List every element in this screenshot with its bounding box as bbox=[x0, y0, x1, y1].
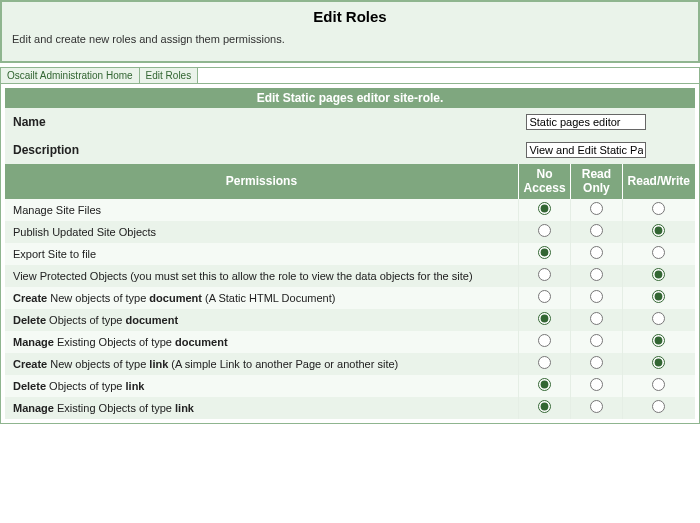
no-access-cell bbox=[518, 353, 570, 375]
read-write-radio[interactable] bbox=[652, 290, 665, 303]
no-access-radio[interactable] bbox=[538, 224, 551, 237]
permission-row: Create New objects of type document (A S… bbox=[5, 287, 695, 309]
read-write-cell bbox=[622, 331, 695, 353]
no-access-cell bbox=[518, 287, 570, 309]
permission-label: Export Site to file bbox=[5, 243, 518, 265]
name-label: Name bbox=[5, 108, 518, 136]
read-write-radio[interactable] bbox=[652, 400, 665, 413]
permission-row: Manage Existing Objects of type link bbox=[5, 397, 695, 419]
no-access-cell bbox=[518, 375, 570, 397]
read-only-radio[interactable] bbox=[590, 378, 603, 391]
no-access-radio[interactable] bbox=[538, 312, 551, 325]
no-access-cell bbox=[518, 199, 570, 221]
read-only-radio[interactable] bbox=[590, 334, 603, 347]
permission-row: View Protected Objects (you must set thi… bbox=[5, 265, 695, 287]
page-subtitle: Edit and create new roles and assign the… bbox=[12, 33, 688, 45]
read-only-radio[interactable] bbox=[590, 312, 603, 325]
no-access-radio[interactable] bbox=[538, 334, 551, 347]
name-input[interactable] bbox=[526, 114, 646, 130]
permission-row: Create New objects of type link (A simpl… bbox=[5, 353, 695, 375]
read-only-cell bbox=[571, 243, 622, 265]
no-access-radio[interactable] bbox=[538, 202, 551, 215]
no-access-cell bbox=[518, 221, 570, 243]
permission-row: Manage Existing Objects of type document bbox=[5, 331, 695, 353]
no-access-radio[interactable] bbox=[538, 378, 551, 391]
read-write-radio[interactable] bbox=[652, 378, 665, 391]
no-access-radio[interactable] bbox=[538, 400, 551, 413]
no-access-cell bbox=[518, 309, 570, 331]
permission-row: Publish Updated Site Objects bbox=[5, 221, 695, 243]
read-write-radio[interactable] bbox=[652, 246, 665, 259]
read-only-radio[interactable] bbox=[590, 400, 603, 413]
read-write-cell bbox=[622, 309, 695, 331]
read-only-cell bbox=[571, 287, 622, 309]
read-write-radio[interactable] bbox=[652, 312, 665, 325]
breadcrumb-item[interactable]: Edit Roles bbox=[140, 68, 199, 83]
permission-row: Delete Objects of type link bbox=[5, 375, 695, 397]
read-only-cell bbox=[571, 199, 622, 221]
read-write-radio[interactable] bbox=[652, 224, 665, 237]
read-only-cell bbox=[571, 221, 622, 243]
read-write-radio[interactable] bbox=[652, 356, 665, 369]
role-form: Edit Static pages editor site-role. Name… bbox=[5, 88, 695, 419]
permission-label: Delete Objects of type link bbox=[5, 375, 518, 397]
permission-label: Manage Existing Objects of type link bbox=[5, 397, 518, 419]
read-only-radio[interactable] bbox=[590, 246, 603, 259]
permission-row: Export Site to file bbox=[5, 243, 695, 265]
no-access-radio[interactable] bbox=[538, 268, 551, 281]
read-write-radio[interactable] bbox=[652, 202, 665, 215]
no-access-cell bbox=[518, 265, 570, 287]
permissions-header: Permissions bbox=[5, 164, 518, 199]
read-only-cell bbox=[571, 375, 622, 397]
no-access-radio[interactable] bbox=[538, 246, 551, 259]
no-access-cell bbox=[518, 397, 570, 419]
description-label: Description bbox=[5, 136, 518, 164]
read-write-cell bbox=[622, 397, 695, 419]
read-only-radio[interactable] bbox=[590, 356, 603, 369]
no-access-cell bbox=[518, 331, 570, 353]
read-write-cell bbox=[622, 353, 695, 375]
read-write-cell bbox=[622, 375, 695, 397]
read-only-radio[interactable] bbox=[590, 268, 603, 281]
permission-row: Delete Objects of type document bbox=[5, 309, 695, 331]
read-only-radio[interactable] bbox=[590, 202, 603, 215]
read-only-cell bbox=[571, 353, 622, 375]
permission-label: Publish Updated Site Objects bbox=[5, 221, 518, 243]
content-panel: Edit Static pages editor site-role. Name… bbox=[0, 84, 700, 424]
read-write-cell bbox=[622, 287, 695, 309]
permission-label: Manage Site Files bbox=[5, 199, 518, 221]
header-panel: Edit Roles Edit and create new roles and… bbox=[0, 0, 700, 63]
read-only-cell bbox=[571, 331, 622, 353]
read-write-radio[interactable] bbox=[652, 268, 665, 281]
read-only-radio[interactable] bbox=[590, 290, 603, 303]
read-write-radio[interactable] bbox=[652, 334, 665, 347]
read-only-radio[interactable] bbox=[590, 224, 603, 237]
read-only-cell bbox=[571, 397, 622, 419]
read-write-cell bbox=[622, 265, 695, 287]
read-write-cell bbox=[622, 243, 695, 265]
page-title: Edit Roles bbox=[12, 8, 688, 25]
permission-label: View Protected Objects (you must set thi… bbox=[5, 265, 518, 287]
breadcrumb-item[interactable]: Oscailt Administration Home bbox=[1, 68, 140, 83]
section-header: Edit Static pages editor site-role. bbox=[5, 88, 695, 108]
no-access-cell bbox=[518, 243, 570, 265]
breadcrumb: Oscailt Administration HomeEdit Roles bbox=[0, 67, 700, 84]
description-input[interactable] bbox=[526, 142, 646, 158]
permission-label: Manage Existing Objects of type document bbox=[5, 331, 518, 353]
permission-label: Delete Objects of type document bbox=[5, 309, 518, 331]
permission-row: Manage Site Files bbox=[5, 199, 695, 221]
permission-label: Create New objects of type link (A simpl… bbox=[5, 353, 518, 375]
no-access-radio[interactable] bbox=[538, 356, 551, 369]
read-write-header: Read/Write bbox=[622, 164, 695, 199]
no-access-radio[interactable] bbox=[538, 290, 551, 303]
read-only-cell bbox=[571, 265, 622, 287]
read-only-header: Read Only bbox=[571, 164, 622, 199]
no-access-header: No Access bbox=[518, 164, 570, 199]
permission-label: Create New objects of type document (A S… bbox=[5, 287, 518, 309]
read-only-cell bbox=[571, 309, 622, 331]
read-write-cell bbox=[622, 221, 695, 243]
read-write-cell bbox=[622, 199, 695, 221]
